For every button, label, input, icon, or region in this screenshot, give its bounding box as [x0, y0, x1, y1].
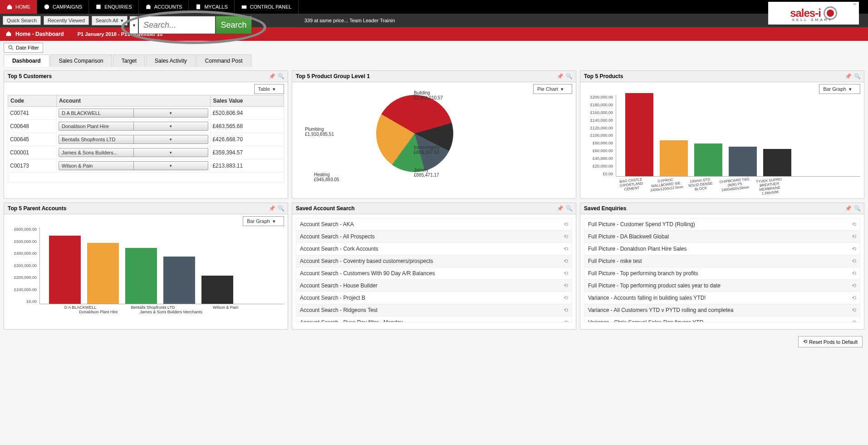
list-item[interactable]: Full Picture - DA Blackwell Global⟲: [584, 231, 860, 243]
quick-search-button[interactable]: Quick Search: [3, 16, 41, 25]
list-item[interactable]: Full Picture - Customer Spend YTD (Rolli…: [584, 218, 860, 231]
customers-table: CodeAccountSales ValueC00741D A BLACKWEL…: [8, 95, 284, 183]
refresh-icon[interactable]: ⟲: [852, 307, 856, 313]
refresh-icon[interactable]: ⟲: [852, 258, 856, 264]
search-button[interactable]: Search: [216, 16, 252, 34]
refresh-icon[interactable]: ⟲: [564, 295, 568, 301]
list-item[interactable]: Full Picture - Donaldson Plant Hire Sale…: [584, 243, 860, 255]
pie-label: Ironmongery£809,267.63: [414, 145, 439, 155]
search-all-dropdown[interactable]: Search All ▾: [92, 16, 128, 25]
x-label: GYPROC WALLBOARD S/E 2400x1200x12.5mm: [649, 177, 682, 196]
refresh-icon[interactable]: ⟲: [564, 307, 568, 313]
search-type-dropdown[interactable]: ▾: [129, 16, 138, 34]
account-dropdown[interactable]: Bentalls Shopfronts LTD▾: [59, 135, 208, 144]
nav-accounts[interactable]: ACCOUNTS: [139, 0, 189, 14]
list-item[interactable]: Full Picture - Top performing product sa…: [584, 280, 860, 292]
bar: [694, 143, 722, 176]
top-nav: HOMECAMPAIGNSENQUIRIESACCOUNTSMYCALLSCON…: [0, 0, 868, 14]
refresh-icon[interactable]: ⟲: [852, 319, 856, 322]
pin-icon[interactable]: 📌: [557, 205, 563, 212]
x-label: Wilson & Pain: [189, 305, 262, 310]
list-item[interactable]: Account Search - Project B⟲: [296, 292, 572, 304]
nav-home[interactable]: HOME: [0, 0, 37, 14]
recently-viewed-button[interactable]: Recently Viewed: [44, 16, 89, 25]
list-item[interactable]: Account Search - AKA⟲: [296, 218, 572, 231]
home-icon[interactable]: [5, 30, 12, 38]
refresh-icon[interactable]: ⟲: [564, 270, 568, 277]
svg-rect-2: [196, 5, 200, 10]
x-label: Bentalls Shopfronts LTD: [117, 305, 189, 310]
account-dropdown[interactable]: Donaldson Plant Hire▾: [59, 122, 208, 131]
viz-selector[interactable]: Table ▾: [254, 84, 284, 94]
refresh-icon[interactable]: ⟲: [564, 246, 568, 252]
nav-control-panel[interactable]: CONTROL PANEL: [235, 0, 299, 14]
date-filter-button[interactable]: Date Filter: [4, 43, 43, 53]
search-icon[interactable]: 🔍: [566, 73, 572, 79]
account-dropdown[interactable]: Wilson & Pain▾: [59, 161, 208, 170]
pie-label: Heating£945,893.05: [314, 172, 339, 182]
refresh-icon[interactable]: ⟲: [852, 233, 856, 240]
list-item[interactable]: Full Picture - Top performing branch by …: [584, 267, 860, 280]
table-row: C00001James & Sons Builders...▾£359,394.…: [8, 146, 284, 159]
list-item[interactable]: Variance - Chris Samuel Sales Rep figure…: [584, 316, 860, 322]
svg-point-9: [9, 45, 12, 49]
pod-top5-parent-accounts: Top 5 Parent Accounts 📌🔍 Bar Graph ▾ £60…: [4, 203, 288, 330]
pod-title: Top 5 Products: [584, 73, 623, 79]
pin-icon[interactable]: 📌: [269, 73, 275, 79]
bar: [125, 248, 157, 304]
bar: [660, 140, 688, 176]
search-icon[interactable]: 🔍: [278, 205, 284, 212]
list-item[interactable]: Variance - Accounts falling in building …: [584, 292, 860, 304]
search-icon[interactable]: 🔍: [278, 73, 284, 79]
account-dropdown[interactable]: James & Sons Builders...▾: [59, 148, 208, 157]
account-dropdown[interactable]: D A BLACKWELL▾: [59, 109, 208, 118]
search-icon[interactable]: 🔍: [854, 73, 860, 79]
x-label: CHIPBOARD T&G (M/R) P5 2400x600x18mm: [718, 177, 751, 196]
viz-selector[interactable]: Bar Graph ▾: [819, 84, 860, 94]
tab-sales-activity[interactable]: Sales Activity: [146, 54, 196, 67]
bar: [201, 276, 233, 304]
list-item[interactable]: Account Search - Customers With 90 Day A…: [296, 267, 572, 280]
list-item[interactable]: Account Search - Ridgeons Test⟲: [296, 304, 572, 316]
sub-toolbar: Date Filter: [0, 41, 868, 54]
refresh-icon[interactable]: ⟲: [852, 221, 856, 227]
reset-pods-button[interactable]: ⟲Reset Pods to Default: [798, 336, 863, 347]
refresh-icon[interactable]: ⟲: [564, 282, 568, 289]
list-item[interactable]: Full Picture - mike test⟲: [584, 255, 860, 267]
refresh-icon[interactable]: ⟲: [852, 282, 856, 289]
list-item[interactable]: Account Search - Russ Day filter - Monda…: [296, 316, 572, 322]
pod-title: Top 5 Customers: [8, 73, 52, 79]
tab-target[interactable]: Target: [113, 54, 145, 67]
refresh-icon[interactable]: ⟲: [852, 246, 856, 252]
list-item[interactable]: Account Search - Cork Accounts⟲: [296, 243, 572, 255]
search-input[interactable]: [138, 16, 216, 34]
viz-selector[interactable]: Pie Chart ▾: [533, 84, 572, 94]
pin-icon[interactable]: 📌: [845, 205, 851, 212]
refresh-icon[interactable]: ⟲: [852, 295, 856, 301]
list-item[interactable]: Account Search - House Builder⟲: [296, 280, 572, 292]
pin-icon[interactable]: 📌: [845, 73, 851, 79]
tab-dashboard[interactable]: Dashboard: [4, 54, 49, 67]
list-item[interactable]: Account Search - Coventry based customer…: [296, 255, 572, 267]
nav-mycalls[interactable]: MYCALLS: [189, 0, 234, 14]
bar-chart: £600,000.00£500,000.00£400,000.00£300,00…: [39, 227, 284, 304]
nav-campaigns[interactable]: CAMPAIGNS: [37, 0, 89, 14]
tab-sales-comparison[interactable]: Sales Comparison: [50, 54, 112, 67]
search-icon[interactable]: 🔍: [854, 205, 860, 212]
bar: [763, 149, 791, 176]
refresh-icon[interactable]: ⟲: [564, 221, 568, 227]
pin-icon[interactable]: 📌: [269, 205, 275, 212]
viz-selector[interactable]: Bar Graph ▾: [243, 216, 284, 226]
tab-command-post[interactable]: Command Post: [196, 54, 251, 67]
refresh-icon[interactable]: ⟲: [564, 258, 568, 264]
refresh-icon[interactable]: ⟲: [564, 233, 568, 240]
pin-icon[interactable]: 📌: [557, 73, 563, 79]
nav-enquiries[interactable]: ENQUIRIES: [89, 0, 139, 14]
refresh-icon[interactable]: ⟲: [564, 319, 568, 322]
list-item[interactable]: Account Search - All Prospects⟲: [296, 231, 572, 243]
refresh-icon[interactable]: ⟲: [852, 270, 856, 277]
pod-top5-products: Top 5 Products 📌🔍 Bar Graph ▾ £200,000.0…: [580, 70, 864, 199]
pod-title: Saved Enquiries: [584, 205, 626, 212]
list-item[interactable]: Variance - All Customers YTD v PYTD roll…: [584, 304, 860, 316]
search-icon[interactable]: 🔍: [566, 205, 572, 212]
